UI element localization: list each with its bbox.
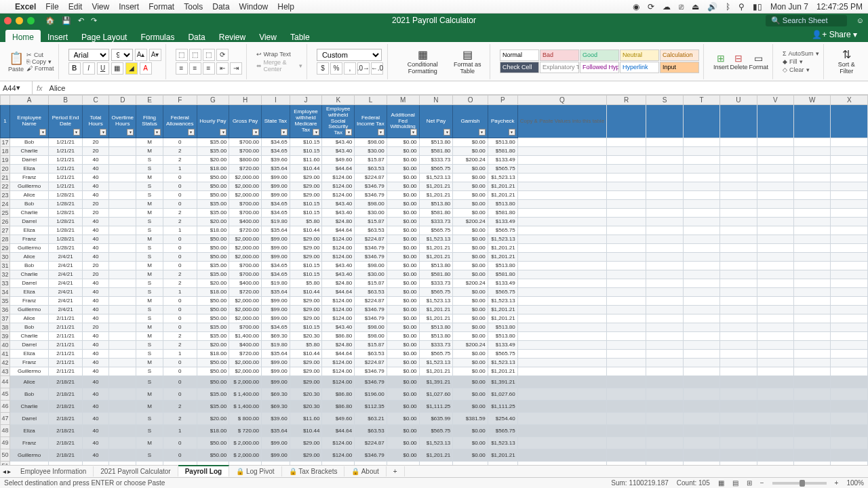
cell[interactable] xyxy=(109,235,136,243)
cell[interactable]: Bob xyxy=(9,261,48,270)
cell[interactable]: $333.73 xyxy=(419,340,453,349)
cut-button[interactable]: ✂ Cut xyxy=(26,52,54,58)
cell[interactable]: $513.80 xyxy=(419,331,453,340)
col-header-H[interactable]: H xyxy=(229,96,262,105)
cell[interactable]: $44.64 xyxy=(322,164,355,173)
cell[interactable]: Bob xyxy=(9,323,48,331)
view-normal-icon[interactable]: ▦ xyxy=(718,479,724,487)
cell[interactable]: 20 xyxy=(82,208,109,217)
conditional-formatting-button[interactable]: ▦Conditional Formatting xyxy=(397,48,448,75)
cell[interactable]: $10.15 xyxy=(290,261,322,270)
col-header-E[interactable]: E xyxy=(136,96,163,105)
cell[interactable]: 40 xyxy=(82,314,109,323)
table-header[interactable]: Overtime Hours▾ xyxy=(109,105,136,138)
cell[interactable] xyxy=(109,173,136,182)
cell[interactable]: $5.80 xyxy=(290,217,322,226)
cell[interactable]: $ 1,400.00 xyxy=(229,400,262,412)
cell[interactable]: $0.00 xyxy=(453,235,488,243)
cell[interactable]: $99.00 xyxy=(262,182,290,190)
cell[interactable]: $5.80 xyxy=(290,340,322,349)
cell[interactable]: 1/21/21 xyxy=(49,138,82,146)
row-header[interactable]: 36 xyxy=(1,305,10,314)
cell[interactable]: $63.53 xyxy=(355,164,387,173)
sheet-tab-employee-information[interactable]: Employee Information xyxy=(14,466,94,476)
cell[interactable]: $124.00 xyxy=(322,235,355,243)
cell[interactable]: $124.00 xyxy=(322,314,355,323)
cell[interactable]: $0.00 xyxy=(387,367,419,375)
home-icon[interactable]: 🏠 xyxy=(45,16,55,25)
cell[interactable]: $0.00 xyxy=(453,190,488,199)
cell[interactable]: 20 xyxy=(82,270,109,279)
cell[interactable] xyxy=(109,358,136,367)
cell[interactable]: 2/18/21 xyxy=(49,400,82,412)
cell[interactable]: S xyxy=(136,449,163,461)
cell[interactable]: $1,523.13 xyxy=(419,296,453,305)
cell[interactable]: $0.00 xyxy=(387,270,419,279)
col-header-D[interactable]: D xyxy=(109,96,136,105)
cell[interactable]: $0.00 xyxy=(387,208,419,217)
cell[interactable]: $86.80 xyxy=(322,331,355,340)
cell[interactable]: $1,201.21 xyxy=(488,243,517,252)
cell[interactable]: $0.00 xyxy=(453,226,488,235)
cell[interactable]: M xyxy=(136,173,163,182)
sheet-nav-prev-icon[interactable]: ▸ xyxy=(7,468,11,475)
cell[interactable]: Bob xyxy=(9,199,48,208)
cell[interactable]: $581.80 xyxy=(488,208,517,217)
cell[interactable]: $0.00 xyxy=(387,226,419,235)
cell[interactable]: S xyxy=(136,190,163,199)
cell[interactable] xyxy=(109,226,136,235)
cell[interactable]: $700.00 xyxy=(229,199,262,208)
cell[interactable]: $44.64 xyxy=(322,349,355,358)
cell[interactable]: $700.00 xyxy=(229,323,262,331)
cell[interactable]: 40 xyxy=(82,412,109,424)
table-header[interactable]: Additional Fed Witholding▾ xyxy=(387,105,419,138)
cell[interactable]: $35.00 xyxy=(197,323,229,331)
cell[interactable]: $581.80 xyxy=(419,270,453,279)
cell[interactable]: $20.00 xyxy=(197,340,229,349)
cell[interactable]: $513.80 xyxy=(488,199,517,208)
filter-icon[interactable]: ▾ xyxy=(220,129,226,136)
cell[interactable]: $0.00 xyxy=(387,199,419,208)
cell[interactable]: $133.49 xyxy=(488,340,517,349)
cell[interactable]: S xyxy=(136,314,163,323)
cell[interactable]: $15.87 xyxy=(355,340,387,349)
cell[interactable]: $19.80 xyxy=(262,279,290,287)
cell[interactable]: $29.00 xyxy=(290,235,322,243)
cell[interactable]: $346.79 xyxy=(355,367,387,375)
cell[interactable]: Alice xyxy=(9,375,48,388)
cell[interactable]: $0.00 xyxy=(453,296,488,305)
cell[interactable]: 0 xyxy=(163,182,197,190)
cell[interactable]: $581.80 xyxy=(419,208,453,217)
sheet-tab-tax-brackets[interactable]: 🔒 Tax Brackets xyxy=(282,466,345,476)
name-box[interactable]: A44 ▾ xyxy=(0,81,33,94)
cell[interactable]: M xyxy=(136,331,163,340)
cell[interactable]: $30.00 xyxy=(355,146,387,155)
cell[interactable]: $0.00 xyxy=(453,424,488,436)
cell[interactable]: $1,523.13 xyxy=(419,436,453,449)
cell[interactable]: $0.00 xyxy=(453,314,488,323)
cell[interactable]: $50.00 xyxy=(197,296,229,305)
cell[interactable]: 0 xyxy=(163,235,197,243)
cell[interactable]: $124.00 xyxy=(322,367,355,375)
mac-menu-data[interactable]: Data xyxy=(212,2,229,12)
cell[interactable]: $2,000.00 xyxy=(229,173,262,182)
cell[interactable]: $49.60 xyxy=(322,155,355,164)
zoom-slider[interactable] xyxy=(772,482,827,485)
cell[interactable]: $2,000.00 xyxy=(229,314,262,323)
row-header[interactable]: 50 xyxy=(1,449,10,461)
cell[interactable]: $224.87 xyxy=(355,436,387,449)
cell[interactable]: $29.00 xyxy=(290,296,322,305)
cell[interactable]: 2/11/21 xyxy=(49,314,82,323)
cell[interactable]: 0 xyxy=(163,138,197,146)
cell[interactable]: 40 xyxy=(82,305,109,314)
cell[interactable]: 0 xyxy=(163,323,197,331)
underline-button[interactable]: U xyxy=(97,62,109,75)
cell[interactable]: Eliza xyxy=(9,287,48,296)
cell[interactable]: $1,391.21 xyxy=(488,375,517,388)
cell[interactable]: $0.00 xyxy=(387,138,419,146)
cell[interactable]: $29.00 xyxy=(290,358,322,367)
filter-icon[interactable]: ▾ xyxy=(378,129,384,136)
cell[interactable]: $19.80 xyxy=(262,217,290,226)
cell-style-hyperlink[interactable]: Hyperlink xyxy=(620,62,659,73)
cell[interactable]: $98.00 xyxy=(355,199,387,208)
